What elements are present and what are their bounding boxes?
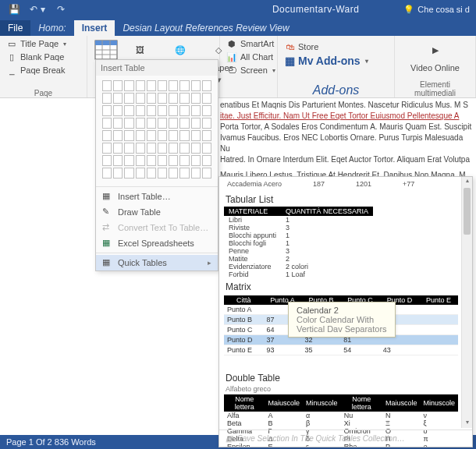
table-dd-header: Insert Table: [96, 60, 218, 76]
submenu-arrow-icon: ▸: [208, 259, 211, 267]
svg-rect-1: [95, 41, 117, 45]
tab-others[interactable]: Desian Layout References Review View: [115, 20, 476, 36]
tell-me-search[interactable]: 💡 Che cosa si d: [403, 5, 473, 15]
excel-icon: ▦: [102, 238, 113, 249]
grid-icon: ▦: [102, 191, 113, 202]
status-page-words[interactable]: Page 1 Of 2 836 Words: [6, 437, 96, 447]
online-video-button[interactable]: ▶Video Online: [416, 37, 455, 73]
draw-table-item[interactable]: ✎Draw Table: [96, 204, 218, 220]
screenshot-button[interactable]: 🖵Screen▾: [225, 64, 277, 76]
lightbulb-icon: 💡: [403, 5, 414, 15]
qt-prev-row: Accademia Acero1871201+77: [224, 180, 458, 191]
qt-matrix-title[interactable]: Matrix: [224, 278, 458, 294]
page-break-button[interactable]: ⎯Paqe Break: [5, 64, 68, 76]
quick-tables-item[interactable]: ▦Quick Tables▸: [96, 255, 218, 270]
smartart-button[interactable]: ⬢SmartArt: [225, 37, 277, 50]
group-addins-label: Add-ons: [282, 83, 389, 97]
scroll-down-icon[interactable]: ▾: [462, 419, 472, 428]
chart-button[interactable]: 📊All Chart: [225, 51, 277, 63]
group-media-label: Elementi multimediali: [400, 80, 471, 97]
quick-table-tooltip: Calendar 2 Color Calendar With Vertical …: [288, 302, 396, 338]
store-button[interactable]: 🛍Store: [282, 41, 370, 53]
title-page-button[interactable]: ▭Title Paqe▾: [5, 37, 68, 50]
ribbon-tabs: File Homo: Insert Desian Layout Referenc…: [0, 19, 476, 36]
quick-tables-flyout: Accademia Acero1871201+77 Tabular List M…: [218, 176, 473, 447]
undo-icon[interactable]: ↶ ▾: [27, 2, 48, 17]
quick-icon: ▦: [102, 257, 113, 268]
scroll-thumb[interactable]: [464, 188, 471, 235]
excel-spreadsheet-item[interactable]: ▦Excel Spreadsheets: [96, 235, 218, 251]
online-picture-icon: 🌐: [168, 39, 193, 61]
table-dropdown: Insert Table ▦Insert Table… ✎Draw Table …: [95, 59, 218, 271]
redo-icon[interactable]: ↷: [50, 2, 72, 17]
addin-icon: ▦: [284, 55, 295, 66]
qt-tabular-title[interactable]: Tabular List: [224, 191, 458, 207]
blank-page-button[interactable]: ▯Blank Paqe: [5, 51, 68, 63]
document-title: Documentarv-Ward: [72, 4, 403, 15]
qt-tabular-preview[interactable]: MATERIALEQUANTITÀ NECESSARIA Libri1 Rivi…: [224, 207, 373, 278]
scroll-up-icon[interactable]: ▴: [462, 177, 472, 186]
qt-save-selection: ▦ Save Selection In The Quick Tables Col…: [219, 430, 472, 447]
group-pages-label: Paqe: [5, 88, 82, 97]
table-grid-picker[interactable]: [96, 76, 218, 185]
qt-scrollbar[interactable]: ▴ ▾: [461, 177, 472, 428]
my-addins-button[interactable]: ▦Mv Add-ons▾: [282, 54, 370, 68]
pencil-icon: ✎: [102, 207, 113, 217]
tab-insert[interactable]: Insert: [74, 20, 115, 36]
chart-icon: 📊: [226, 51, 237, 62]
store-icon: 🛍: [284, 41, 295, 52]
title-bar: 💾 ↶ ▾ ↷ Documentarv-Ward 💡 Che cosa si d: [0, 0, 476, 19]
tab-home[interactable]: Homo:: [30, 20, 73, 36]
picture-icon: 🖼: [128, 39, 153, 61]
document-body: enatibus Et Maqnis Dis Parturient Montes…: [220, 100, 474, 181]
tab-file[interactable]: File: [0, 20, 30, 36]
insert-table-item[interactable]: ▦Insert Table…: [96, 189, 218, 204]
table-icon: [94, 39, 119, 61]
page-icon: ▭: [6, 38, 17, 49]
qt-double-title[interactable]: Double Table: [224, 369, 458, 385]
screen-icon: 🖵: [226, 65, 237, 76]
page-icon: ▯: [6, 51, 17, 62]
smartart-icon: ⬢: [226, 38, 237, 49]
video-icon: ▶: [423, 39, 448, 61]
quick-access-toolbar: 💾 ↶ ▾ ↷: [3, 2, 72, 17]
save-icon[interactable]: 💾: [3, 2, 25, 17]
save-icon: ▦: [226, 434, 233, 443]
ribbon: ▭Title Paqe▾ ▯Blank Paqe ⎯Paqe Break Paq…: [0, 36, 476, 98]
convert-icon: ⇄: [102, 222, 113, 233]
convert-text-item: ⇄Convert Text To Table…: [96, 220, 218, 235]
break-icon: ⎯: [6, 65, 17, 76]
